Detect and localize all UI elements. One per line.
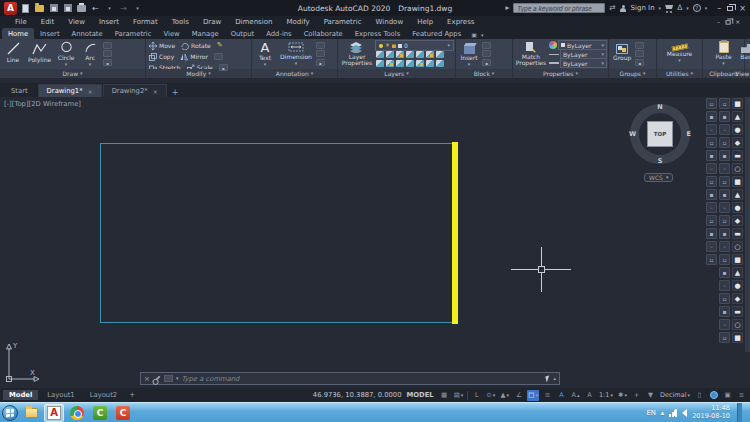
menu-parametric[interactable]: Parametric (317, 18, 369, 26)
isolate-objects-icon[interactable]: ▼ (645, 390, 656, 401)
viewcube-north[interactable]: N (657, 103, 662, 111)
toolbar-icon[interactable] (706, 254, 717, 265)
viewcube[interactable]: N S W E TOP (630, 104, 690, 164)
layer-tool-icon[interactable] (416, 60, 424, 67)
layer-tool-icon[interactable] (406, 60, 414, 67)
chevron-up-icon[interactable]: ▴ (553, 376, 556, 381)
object-snap-icon[interactable]: □▾ (527, 390, 539, 401)
solid-primitive-icon[interactable] (732, 150, 743, 161)
open-file-icon[interactable] (34, 3, 45, 14)
solid-primitive-icon[interactable] (732, 215, 743, 226)
fillet-tool-icon[interactable] (214, 53, 223, 60)
grid-toggle-icon[interactable]: ▦ (439, 390, 450, 401)
doc-restore-button[interactable] (725, 20, 730, 24)
copy-button[interactable]: Copy (149, 52, 174, 61)
solid-primitive-icon[interactable] (732, 163, 743, 174)
volume-icon[interactable] (682, 409, 687, 417)
clean-screen-icon[interactable]: ▣ (722, 390, 733, 401)
customize-wrench-icon[interactable] (153, 375, 160, 382)
lineweight-dropdown[interactable]: ByLayer ▾ (561, 59, 606, 67)
leader-tool-icon[interactable] (316, 42, 325, 49)
line-button[interactable]: Line (2, 40, 24, 68)
toolbar-icon[interactable] (706, 98, 717, 109)
block-attributes-icon[interactable] (482, 59, 491, 66)
create-block-icon[interactable] (482, 42, 491, 49)
menu-dimension[interactable]: Dimension (228, 18, 279, 26)
chevron-down-icon[interactable]: ▾ (176, 376, 179, 381)
ribbon-tab-output[interactable]: Output (225, 28, 261, 39)
toolbar-icon[interactable] (706, 176, 717, 187)
base-button[interactable]: Base (737, 40, 750, 68)
solid-primitive-icon[interactable] (732, 228, 743, 239)
toolbar-icon[interactable] (719, 163, 730, 174)
toolbar-icon[interactable] (706, 163, 717, 174)
group-manager-icon[interactable] (635, 59, 644, 66)
solid-primitive-icon[interactable] (732, 319, 743, 330)
undo-icon[interactable]: ← (90, 3, 101, 14)
panel-label-annotation[interactable]: Annotation ▾ (252, 69, 337, 78)
toolbar-icon[interactable] (719, 267, 730, 278)
solid-primitive-icon[interactable] (732, 293, 743, 304)
layer-properties-button[interactable]: Layer Properties (340, 40, 374, 68)
toolbar-icon[interactable] (719, 176, 730, 187)
solid-primitive-icon[interactable] (732, 280, 743, 291)
layer-tool-icon[interactable] (376, 60, 384, 67)
annotation-autoscale-icon[interactable]: A▴ (570, 390, 581, 401)
sign-in-dropdown-icon[interactable]: ▾ (659, 6, 662, 11)
layer-dropdown[interactable]: ☀ 0 ▾ (376, 41, 453, 50)
close-tab-icon[interactable]: × (153, 88, 158, 95)
viewcube-top-face[interactable]: TOP (647, 121, 673, 147)
quick-access-customize-icon[interactable]: ▾ (132, 3, 143, 14)
toolbar-icon[interactable] (719, 254, 730, 265)
toolbar-icon[interactable] (719, 137, 730, 148)
toolbar-icon[interactable] (719, 332, 730, 343)
solid-primitive-icon[interactable] (732, 137, 743, 148)
panel-label-block[interactable]: Block ▾ (456, 69, 512, 78)
solid-primitive-icon[interactable] (732, 267, 743, 278)
toolbar-icon[interactable] (706, 241, 717, 252)
group-button[interactable]: Group (611, 40, 633, 68)
layer-tool-icon[interactable] (406, 51, 414, 58)
close-tab-icon[interactable]: × (88, 88, 93, 95)
move-button[interactable]: Move (149, 41, 175, 50)
file-tab-drawing1[interactable]: Drawing1* × (38, 84, 102, 97)
customization-menu-icon[interactable]: ≡ (736, 390, 747, 401)
group-edit-icon[interactable] (635, 50, 644, 57)
viewcube-west[interactable]: W (629, 130, 636, 138)
toolbar-icon[interactable] (719, 111, 730, 122)
autocad-logo-icon[interactable]: A (4, 2, 17, 15)
close-button[interactable]: × (739, 4, 746, 13)
ribbon-tab-featured-apps[interactable]: Featured Apps (406, 28, 467, 39)
menu-modify[interactable]: Modify (279, 18, 316, 26)
taskbar-autocad[interactable]: A (44, 404, 64, 422)
toolbar-icon[interactable] (719, 215, 730, 226)
ungroup-icon[interactable] (635, 42, 644, 49)
table-tool-icon[interactable] (316, 50, 325, 57)
start-button[interactable] (2, 405, 18, 421)
layout-tab-model[interactable]: Model (3, 390, 38, 400)
app-store-icon[interactable] (665, 5, 673, 11)
array-tool-icon[interactable] (219, 64, 228, 71)
clock[interactable]: 11:48 2019-08-10 (692, 405, 730, 420)
command-close-icon[interactable]: × (144, 375, 150, 383)
viewcube-south[interactable]: S (658, 157, 663, 165)
save-as-icon[interactable] (62, 3, 73, 14)
ribbon-tab-parametric[interactable]: Parametric (109, 28, 158, 39)
snap-toggle-icon[interactable]: ▤▾ (453, 390, 465, 401)
save-icon[interactable] (48, 3, 59, 14)
layer-tool-icon[interactable] (426, 51, 434, 58)
menu-insert[interactable]: Insert (92, 18, 126, 26)
stay-connected-icon[interactable]: Δ (677, 4, 682, 12)
model-space-badge[interactable]: MODEL (406, 391, 433, 399)
toolbar-icon[interactable] (706, 124, 717, 135)
circle-button[interactable]: Circle ▾ (55, 40, 77, 68)
layer-tool-icon[interactable] (426, 60, 434, 67)
layer-tool-icon[interactable] (436, 60, 444, 67)
toolbar-icon[interactable] (719, 228, 730, 239)
ribbon-tab-manage[interactable]: Manage (186, 28, 225, 39)
toolbar-icon[interactable] (706, 202, 717, 213)
solid-primitive-icon[interactable] (732, 124, 743, 135)
taskbar-camtasia[interactable]: C (90, 404, 110, 422)
layer-tool-icon[interactable] (416, 51, 424, 58)
toolbar-icon[interactable] (719, 280, 730, 291)
